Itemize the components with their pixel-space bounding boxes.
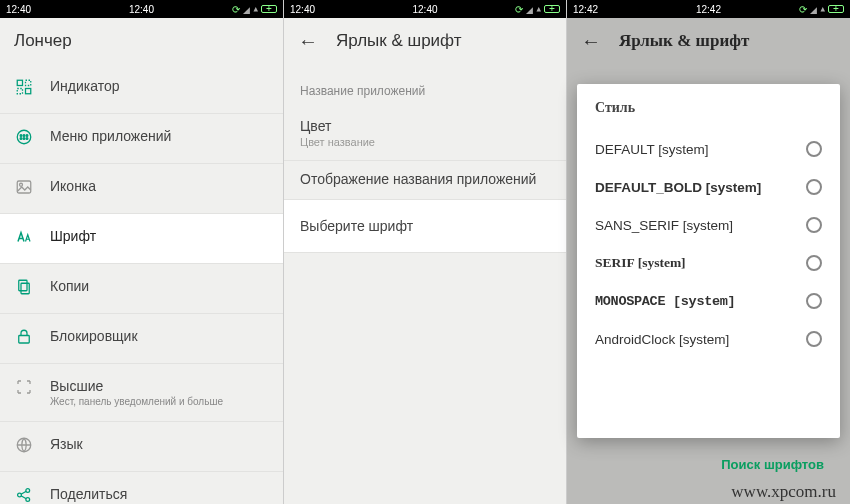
dialog-title: Стиль (595, 100, 822, 116)
signal-icon (820, 4, 825, 15)
option-label: AndroidClock [system] (595, 332, 729, 347)
font-option-default[interactable]: DEFAULT [system] (595, 130, 822, 168)
radio-icon (806, 179, 822, 195)
menu-label: Блокировщик (50, 328, 138, 344)
indicator-icon (14, 78, 34, 96)
status-icons: ⟳ (470, 4, 560, 15)
image-icon (14, 178, 34, 196)
menu-item-app-menu[interactable]: Меню приложений (0, 114, 283, 164)
svg-point-10 (26, 138, 28, 140)
font-option-default-bold[interactable]: DEFAULT_BOLD [system] (595, 168, 822, 206)
svg-point-9 (23, 138, 25, 140)
panel-launcher: 12:40 12:40 ⟳ Лончер Индикатор (0, 0, 283, 504)
section-app-names: Название приложений (284, 64, 566, 108)
svg-point-6 (23, 135, 25, 137)
svg-rect-3 (26, 89, 31, 94)
search-fonts-link[interactable]: Поиск шрифтов (721, 457, 824, 472)
status-time: 12:40 (6, 4, 96, 15)
status-time-center: 12:40 (96, 4, 186, 15)
status-icons: ⟳ (187, 4, 277, 15)
signal-icon (536, 4, 541, 15)
menu-label: Шрифт (50, 228, 96, 244)
item-sublabel: Цвет название (300, 136, 550, 148)
svg-point-5 (20, 135, 22, 137)
watermark: www.xpcom.ru (731, 482, 836, 502)
svg-point-7 (26, 135, 28, 137)
panel-font-dialog: 12:42 12:42 ⟳ ← Ярлык & шрифт Поиск шриф… (566, 0, 850, 504)
option-label: SERIF [system] (595, 255, 686, 271)
font-option-serif[interactable]: SERIF [system] (595, 244, 822, 282)
menu-label: Иконка (50, 178, 96, 194)
menu-sublabel: Жест, панель уведомлений и больше (50, 396, 223, 407)
font-option-sans-serif[interactable]: SANS_SERIF [system] (595, 206, 822, 244)
menu-item-advanced[interactable]: Высшие Жест, панель уведомлений и больше (0, 364, 283, 422)
font-option-androidclock[interactable]: AndroidClock [system] (595, 320, 822, 358)
wifi-icon (526, 4, 533, 15)
wifi-icon (810, 4, 817, 15)
menu-item-locker[interactable]: Блокировщик (0, 314, 283, 364)
title-text: Лончер (14, 31, 72, 51)
copy-icon (14, 278, 34, 296)
radio-icon (806, 217, 822, 233)
font-options-list: DEFAULT [system] DEFAULT_BOLD [system] S… (595, 130, 822, 430)
menu-item-icon[interactable]: Иконка (0, 164, 283, 214)
globe-icon (14, 436, 34, 454)
item-display-names[interactable]: Отображение названия приложений (284, 161, 566, 200)
status-time: 12:40 (290, 4, 380, 15)
menu-label: Копии (50, 278, 89, 294)
svg-rect-13 (19, 280, 27, 291)
menu-item-language[interactable]: Язык (0, 422, 283, 472)
status-icons: ⟳ (754, 4, 844, 15)
menu-label: Индикатор (50, 78, 120, 94)
page-title: Лончер (0, 18, 283, 64)
item-label: Выберите шрифт (300, 218, 550, 234)
menu-label: Меню приложений (50, 128, 171, 144)
battery-icon (261, 5, 277, 13)
back-icon[interactable]: ← (298, 30, 318, 53)
option-label: SANS_SERIF [system] (595, 218, 733, 233)
svg-rect-1 (26, 80, 31, 85)
option-label: DEFAULT_BOLD [system] (595, 180, 761, 195)
radio-icon (806, 255, 822, 271)
svg-rect-11 (17, 181, 31, 193)
battery-icon (828, 5, 844, 13)
menu-item-indicator[interactable]: Индикатор (0, 64, 283, 114)
status-bar: 12:40 12:40 ⟳ (284, 0, 566, 18)
battery-icon (544, 5, 560, 13)
apps-icon (14, 128, 34, 146)
radio-icon (806, 141, 822, 157)
radio-icon (806, 293, 822, 309)
font-option-monospace[interactable]: MONOSPACE [system] (595, 282, 822, 320)
svg-point-8 (20, 138, 22, 140)
sync-icon: ⟳ (232, 4, 240, 15)
svg-rect-15 (19, 336, 30, 344)
item-label: Отображение названия приложений (300, 171, 550, 187)
menu-item-font[interactable]: Шрифт (0, 214, 283, 264)
svg-rect-14 (21, 283, 29, 294)
menu-item-share[interactable]: Поделиться (0, 472, 283, 504)
font-style-dialog: Стиль DEFAULT [system] DEFAULT_BOLD [sys… (577, 84, 840, 438)
item-color[interactable]: Цвет Цвет название (284, 108, 566, 161)
status-bar: 12:40 12:40 ⟳ (0, 0, 283, 18)
status-time: 12:42 (573, 4, 663, 15)
crop-icon (14, 378, 34, 396)
svg-point-12 (20, 183, 23, 186)
option-label: DEFAULT [system] (595, 142, 709, 157)
page-header: ← Ярлык & шрифт (284, 18, 566, 64)
lock-icon (14, 328, 34, 346)
item-label: Цвет (300, 118, 550, 134)
status-time-center: 12:40 (380, 4, 470, 15)
status-time-center: 12:42 (663, 4, 753, 15)
settings-menu: Индикатор Меню приложений Иконка Шрифт (0, 64, 283, 504)
menu-item-copies[interactable]: Копии (0, 264, 283, 314)
radio-icon (806, 331, 822, 347)
wifi-icon (243, 4, 250, 15)
item-choose-font[interactable]: Выберите шрифт (284, 200, 566, 253)
font-icon (14, 228, 34, 246)
sync-icon: ⟳ (799, 4, 807, 15)
svg-rect-0 (17, 80, 22, 85)
option-label: MONOSPACE [system] (595, 294, 735, 309)
status-bar: 12:42 12:42 ⟳ (567, 0, 850, 18)
page-title: Ярлык & шрифт (336, 31, 462, 51)
panel-label-font: 12:40 12:40 ⟳ ← Ярлык & шрифт Название п… (283, 0, 566, 504)
